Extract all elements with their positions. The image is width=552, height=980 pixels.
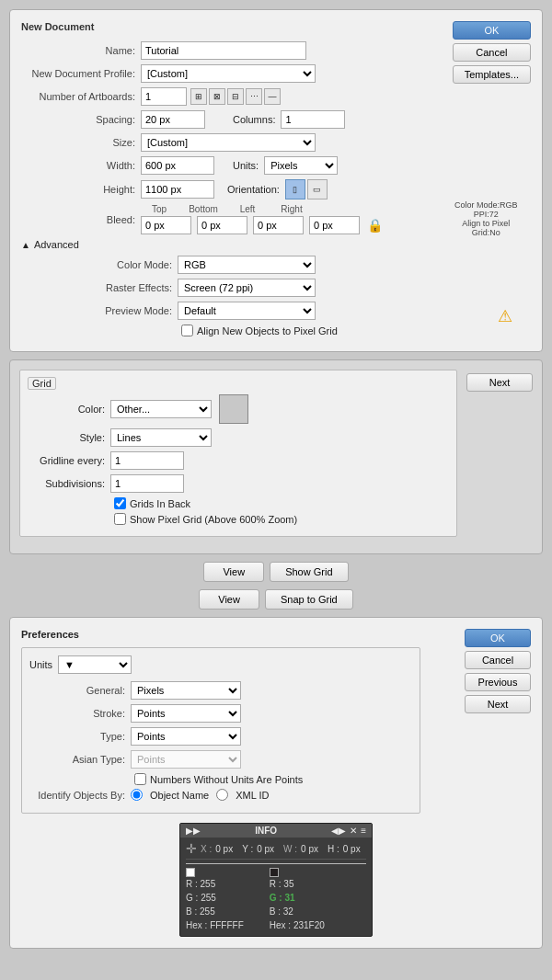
pref-next-button[interactable]: Next (465, 695, 531, 713)
view-button-2[interactable]: View (199, 589, 259, 610)
units-select[interactable]: Pixels (264, 156, 338, 175)
cancel-button[interactable]: Cancel (453, 43, 531, 62)
spacing-input[interactable] (141, 110, 205, 129)
size-select[interactable]: [Custom] (141, 133, 316, 152)
r2-row: R : 35 (270, 877, 325, 891)
general-select[interactable]: Pixels (131, 681, 241, 700)
color-mode-label: Color Mode: (58, 259, 178, 270)
portrait-button[interactable]: ▯ (285, 179, 305, 199)
grid-fieldset-label: Grid (28, 377, 56, 390)
grid-color-preview (219, 394, 248, 424)
info-menu-icon[interactable]: ≡ (361, 826, 366, 836)
pref-cancel-button[interactable]: Cancel (465, 651, 531, 669)
raster-select[interactable]: Screen (72 ppi) (178, 279, 316, 297)
type-select[interactable]: Points (131, 727, 241, 746)
color-mode-select[interactable]: RGB (178, 256, 316, 274)
hex1-row: Hex : FFFFFF (186, 918, 244, 932)
artboard-icons: ⊞ ⊠ ⊟ ⋯ — (190, 88, 281, 105)
grids-in-back-checkbox[interactable] (114, 497, 126, 509)
xml-id-radio[interactable] (216, 789, 228, 801)
xy-left: ✛ X : 0 px Y : 0 px (186, 841, 274, 856)
height-row: Height: Orientation: ▯ ▭ (21, 179, 531, 199)
show-pixel-checkbox[interactable] (114, 513, 126, 525)
gridline-row: Gridline every: (28, 451, 449, 470)
preview-select[interactable]: Default (178, 302, 316, 320)
pref-buttons: OK Cancel Previous Next (465, 629, 531, 713)
grid-icon-1[interactable]: ⊞ (190, 88, 207, 105)
preferences-dialog: Preferences OK Cancel Previous Next Unit… (9, 617, 543, 949)
info-resize-icon[interactable]: ◀▶ (331, 826, 346, 836)
stroke-select[interactable]: Points (131, 704, 241, 723)
ok-button[interactable]: OK (453, 21, 531, 40)
asian-type-select[interactable]: Points (131, 750, 241, 769)
ppi-line: PPI:72 (453, 210, 520, 219)
size-label: Size: (21, 137, 141, 148)
info-close-icon[interactable]: ✕ (350, 826, 357, 836)
object-name-label: Object Name (150, 790, 209, 801)
columns-input[interactable] (281, 110, 345, 129)
crosshair-icon: ✛ (186, 841, 197, 856)
units-dropdown[interactable]: ▼ (58, 655, 132, 674)
bleed-inputs: Top Bottom Left Right 🔒 (141, 204, 383, 234)
object-name-radio[interactable] (131, 789, 143, 801)
grid-style-select[interactable]: Lines (110, 428, 212, 447)
height-label: Height: (21, 184, 141, 195)
show-pixel-label: Show Pixel Grid (Above 600% Zoom) (130, 514, 297, 525)
pref-ok-button[interactable]: OK (465, 629, 531, 647)
landscape-button[interactable]: ▭ (307, 179, 328, 199)
grids-in-back-label: Grids In Back (130, 498, 190, 509)
advanced-toggle[interactable]: ▲ Advanced (21, 239, 531, 250)
type-row: Type: Points (29, 727, 412, 746)
view-button-1[interactable]: View (203, 562, 264, 582)
dialog-buttons: OK Cancel Templates... Color Mode:RGB PP… (453, 21, 531, 84)
grid-color-select[interactable]: Other... (110, 400, 212, 418)
g1-row: G : 255 (186, 891, 244, 905)
artboards-spin (141, 87, 187, 106)
grid-icon-2[interactable]: ⊠ (209, 88, 225, 105)
bleed-bottom-input[interactable] (197, 216, 247, 234)
general-row: General: Pixels (29, 681, 412, 700)
info-divider (186, 863, 366, 864)
width-input[interactable] (141, 156, 214, 175)
general-label: General: (29, 685, 131, 696)
stroke-row: Stroke: Points (29, 704, 412, 723)
bleed-left-input[interactable] (253, 216, 304, 234)
color1-swatch (186, 868, 195, 877)
subdivisions-input[interactable] (110, 474, 184, 493)
snap-to-grid-button[interactable]: Snap to Grid (265, 589, 353, 610)
hex1-value: FFFFFF (210, 920, 244, 930)
grid-panel: Grid Color: Other... Style: Lines Gridli… (9, 359, 543, 554)
align-pixel-checkbox[interactable] (181, 325, 193, 336)
bleed-top-input[interactable] (141, 216, 191, 234)
spacing-row: Spacing: Columns: (21, 110, 531, 129)
color2-values: R : 35 G : 31 B : 32 Hex : 231F20 (270, 877, 325, 932)
g2-row: G : 31 (270, 891, 325, 905)
preferences-title: Preferences (21, 629, 531, 640)
gridline-input[interactable] (110, 451, 184, 470)
h-label: H : (328, 844, 339, 854)
color-mode-info: Color Mode:RGB PPI:72 Align to Pixel Gri… (453, 200, 520, 237)
profile-select[interactable]: [Custom] (141, 64, 316, 83)
artboards-label: Number of Artboards: (21, 91, 141, 102)
templates-button[interactable]: Templates... (453, 65, 531, 84)
grid-icon-3[interactable]: ⊟ (227, 88, 244, 105)
units-legend-row: Units ▼ (29, 655, 412, 674)
pref-previous-button[interactable]: Previous (465, 673, 531, 691)
grid-next-button[interactable]: Next (466, 373, 533, 392)
subdivisions-row: Subdivisions: (28, 474, 449, 493)
bleed-values-row: 🔒 (141, 216, 383, 234)
name-input[interactable] (141, 41, 306, 60)
remove-icon[interactable]: — (264, 88, 281, 105)
bleed-right-label: Right (273, 204, 310, 214)
grid-icon-4[interactable]: ⋯ (246, 88, 262, 105)
info-panel-title: INFO (255, 826, 277, 836)
preview-label: Preview Mode: (58, 305, 178, 316)
numbers-checkbox[interactable] (134, 773, 146, 785)
show-grid-button[interactable]: Show Grid (270, 562, 348, 582)
artboards-input[interactable] (141, 87, 187, 106)
grid-color-row: Color: Other... (28, 394, 449, 424)
view-snap-row: View Snap to Grid (9, 589, 543, 610)
bleed-right-input[interactable] (309, 216, 360, 234)
height-input[interactable] (141, 180, 214, 199)
numbers-row: Numbers Without Units Are Points (134, 773, 412, 785)
